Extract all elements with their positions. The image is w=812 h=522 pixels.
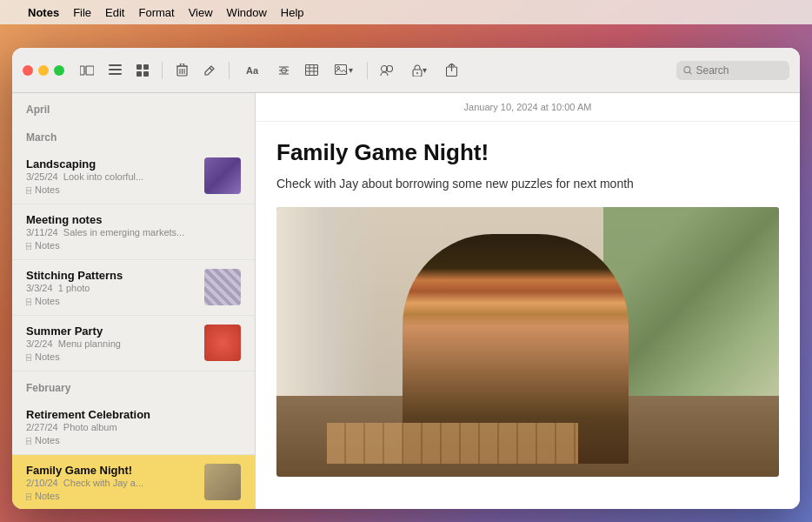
note-text-retirement: Retirement Celebration 2/27/24 Photo alb…	[26, 408, 241, 445]
note-meta: 2/10/24 Check with Jay a...	[26, 478, 196, 488]
note-thumbnail-party	[204, 325, 241, 361]
note-folder-label: Notes	[35, 184, 60, 195]
note-footer: ⌸ Notes	[26, 491, 196, 501]
note-footer: ⌸ Notes	[26, 435, 241, 445]
separator-3	[367, 62, 368, 79]
collaborate-button[interactable]	[375, 58, 399, 83]
note-item-family-game-night[interactable]: Family Game Night! 2/10/24 Check with Ja…	[12, 455, 255, 509]
share-button[interactable]	[439, 58, 463, 83]
svg-rect-0	[80, 66, 84, 75]
note-title: Family Game Night!	[26, 464, 196, 477]
note-item-landscaping[interactable]: Landscaping 3/25/24 Look into colorful..…	[12, 149, 255, 204]
section-header-march: March	[12, 121, 255, 149]
close-button[interactable]	[23, 65, 33, 76]
svg-rect-3	[109, 69, 122, 70]
folder-icon: ⌸	[26, 436, 31, 445]
note-meta: 3/11/24 Sales in emerging markets...	[26, 227, 241, 238]
note-thumbnail-stitching	[204, 269, 241, 305]
search-box	[676, 61, 789, 80]
menu-file[interactable]: File	[73, 6, 91, 19]
svg-rect-4	[109, 73, 122, 75]
note-editor: January 10, 2024 at 10:00 AM Family Game…	[256, 93, 800, 509]
checklist-button[interactable]	[271, 58, 296, 83]
maximize-button[interactable]	[54, 65, 64, 76]
svg-rect-6	[143, 64, 149, 70]
menubar: Notes File Edit Format View Window Help	[0, 0, 812, 24]
grid-icon	[136, 64, 149, 77]
editor-body: Check with Jay about borrowing some new …	[276, 175, 779, 193]
note-footer: ⌸ Notes	[26, 351, 196, 362]
search-icon	[683, 65, 692, 76]
share-icon	[446, 64, 457, 77]
note-item-stitching[interactable]: Stitching Patterns 3/3/24 1 photo ⌸ Note…	[12, 260, 255, 316]
note-item-meeting[interactable]: Meeting notes 3/11/24 Sales in emerging …	[12, 204, 255, 260]
delete-button[interactable]	[170, 58, 194, 83]
menu-notes[interactable]: Notes	[28, 6, 59, 19]
list-view-button[interactable]	[103, 58, 127, 83]
svg-point-32	[416, 72, 418, 74]
separator-1	[162, 62, 163, 79]
minimize-button[interactable]	[38, 65, 49, 76]
separator-2	[229, 62, 230, 79]
note-folder-label: Notes	[35, 491, 60, 501]
note-text-landscaping: Landscaping 3/25/24 Look into colorful..…	[26, 157, 196, 195]
menu-view[interactable]: View	[189, 6, 213, 19]
note-title: Meeting notes	[26, 213, 241, 226]
traffic-lights	[23, 65, 64, 76]
sidebar: April March Landscaping 3/25/24 Look int…	[12, 93, 256, 509]
compose-icon	[203, 64, 216, 77]
folder-icon: ⌸	[26, 297, 31, 306]
lock-button[interactable]: ▾	[403, 58, 436, 83]
chevron-down-icon: ▾	[349, 65, 353, 75]
checklist-icon	[277, 64, 290, 76]
note-title: Summer Party	[26, 325, 196, 338]
lock-chevron-icon: ▾	[423, 65, 427, 75]
svg-rect-2	[109, 64, 122, 66]
note-text-stitching: Stitching Patterns 3/3/24 1 photo ⌸ Note…	[26, 269, 196, 306]
folder-icon: ⌸	[26, 352, 31, 362]
note-item-summer-party[interactable]: Summer Party 3/2/24 Menu planning ⌸ Note…	[12, 316, 255, 371]
section-header-february: February	[12, 371, 255, 399]
editor-content[interactable]: Family Game Night! Check with Jay about …	[256, 122, 800, 509]
search-input[interactable]	[696, 64, 782, 77]
note-item-retirement[interactable]: Retirement Celebration 2/27/24 Photo alb…	[12, 399, 255, 455]
editor-title: Family Game Night!	[276, 139, 779, 166]
svg-rect-8	[143, 71, 149, 77]
menu-edit[interactable]: Edit	[105, 6, 124, 19]
notes-window: Aa ▾	[12, 48, 800, 509]
add-media-button[interactable]: ▾	[327, 58, 360, 83]
menu-help[interactable]: Help	[281, 6, 304, 19]
note-title: Retirement Celebration	[26, 408, 241, 421]
note-text-meeting: Meeting notes 3/11/24 Sales in emerging …	[26, 213, 241, 251]
note-meta: 3/3/24 1 photo	[26, 283, 196, 293]
svg-line-36	[689, 71, 692, 74]
svg-rect-7	[136, 71, 142, 77]
menu-format[interactable]: Format	[138, 6, 174, 19]
table-button[interactable]	[299, 58, 323, 83]
folder-icon: ⌸	[26, 185, 31, 195]
lock-icon	[412, 64, 423, 77]
note-folder-label: Notes	[35, 351, 60, 362]
format-text-icon: Aa	[246, 65, 258, 76]
svg-rect-27	[335, 65, 346, 75]
note-footer: ⌸ Notes	[26, 240, 241, 251]
note-text-party: Summer Party 3/2/24 Menu planning ⌸ Note…	[26, 325, 196, 362]
list-icon	[109, 64, 122, 76]
note-thumbnail-landscaping	[204, 157, 241, 194]
new-note-button[interactable]	[197, 58, 222, 83]
note-meta: 3/25/24 Look into colorful...	[26, 171, 196, 182]
gallery-view-button[interactable]	[130, 58, 155, 83]
note-title: Stitching Patterns	[26, 269, 196, 282]
media-icon	[335, 64, 349, 76]
menu-window[interactable]: Window	[227, 6, 267, 19]
note-text-family: Family Game Night! 2/10/24 Check with Ja…	[26, 464, 196, 501]
photo-puzzle	[327, 423, 578, 464]
main-content: April March Landscaping 3/25/24 Look int…	[12, 93, 800, 509]
sidebar-toggle-button[interactable]	[75, 58, 99, 83]
sidebar-icon	[80, 65, 94, 76]
trash-icon	[176, 64, 188, 77]
collaborate-icon	[380, 64, 394, 76]
format-text-button[interactable]: Aa	[236, 58, 268, 83]
table-icon	[305, 64, 318, 76]
folder-icon: ⌸	[26, 241, 31, 251]
